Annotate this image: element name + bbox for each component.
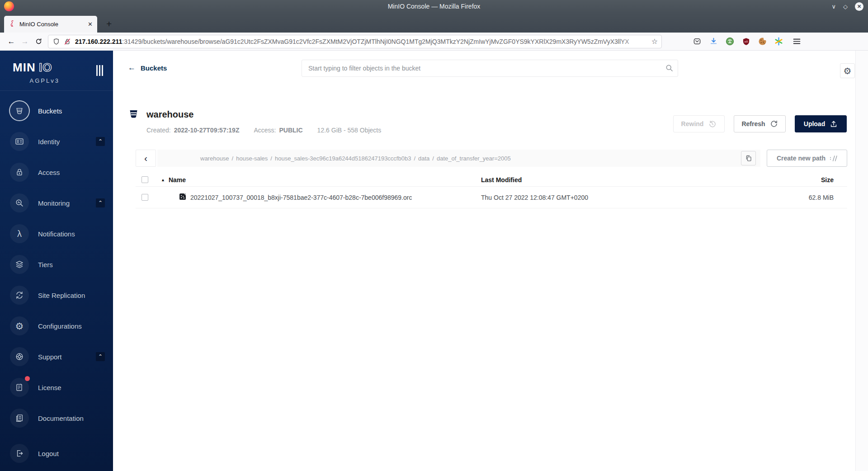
url-text[interactable]: 217.160.222.211:31429/buckets/warehouse/… — [75, 38, 648, 45]
column-header-name[interactable]: ▲ Name — [161, 176, 481, 184]
main-content: ← Buckets ⚙ warehouse Created: 2022-10-2… — [113, 51, 868, 471]
shield-permissions-icon[interactable] — [53, 38, 60, 45]
sidebar-item-license[interactable]: License — [0, 372, 113, 403]
green-extension-icon[interactable] — [723, 35, 736, 48]
bookmark-star-icon[interactable]: ☆ — [651, 37, 658, 46]
breadcrumb-segment[interactable]: warehouse — [200, 155, 229, 162]
license-tag: AGPLv3 — [13, 77, 60, 84]
ublock-origin-icon[interactable]: uO — [740, 35, 752, 48]
sidebar-nav: Buckets Identity ⌃ Access Monitoring — [0, 90, 113, 469]
object-size: 62.8 MiB — [766, 194, 847, 201]
refresh-icon — [770, 120, 778, 128]
breadcrumb-segment[interactable]: house_sales-3ec96c19a6244d5186247193cccf… — [275, 155, 411, 162]
monitoring-magnifier-icon — [10, 193, 29, 212]
license-document-icon — [10, 378, 29, 397]
gear-icon: ⚙ — [10, 316, 29, 335]
forward-button[interactable]: → — [18, 35, 32, 48]
documentation-icon — [10, 409, 29, 428]
sidebar-item-notifications[interactable]: λ Notifications — [0, 218, 113, 249]
back-to-buckets-link[interactable]: ← Buckets — [128, 63, 167, 72]
minio-logo: MIN IO AGPLv3 — [0, 51, 63, 84]
browser-chrome: MinIO Console — Mozilla Firefox ∨ ◇ ✕ Mi… — [0, 0, 868, 51]
rewind-button[interactable]: Rewind — [673, 115, 725, 132]
column-header-size[interactable]: Size — [766, 176, 847, 184]
table-row[interactable]: 20221027_100737_00018_b8xji-7581bae2-377… — [136, 187, 847, 208]
created-value: 2022-10-27T09:57:19Z — [174, 127, 240, 134]
logo-solid-text: MIN — [13, 61, 36, 74]
sidebar-item-site-replication[interactable]: Site Replication — [0, 280, 113, 311]
chevron-up-icon[interactable]: ⌃ — [96, 352, 105, 361]
new-tab-button[interactable]: + — [106, 19, 112, 28]
downloads-icon[interactable] — [707, 35, 720, 48]
bucket-settings-gear-button[interactable]: ⚙ — [840, 63, 855, 78]
create-new-path-button[interactable]: Create new path — [767, 150, 847, 167]
orc-file-icon — [179, 193, 186, 202]
sidebar-item-buckets[interactable]: Buckets — [0, 95, 113, 126]
back-arrow-icon: ← — [128, 63, 136, 72]
rewind-icon — [708, 120, 717, 128]
sidebar-item-identity[interactable]: Identity ⌃ — [0, 126, 113, 157]
created-label: Created: — [146, 127, 171, 134]
refresh-button[interactable]: Refresh — [734, 115, 786, 132]
sidebar-item-monitoring[interactable]: Monitoring ⌃ — [0, 188, 113, 218]
chevron-up-icon[interactable]: ⌃ — [96, 198, 105, 207]
layers-icon — [10, 255, 29, 274]
select-all-checkbox[interactable] — [142, 176, 148, 183]
tab-title: MinIO Console — [19, 21, 84, 28]
upload-icon — [830, 120, 838, 128]
hamburger-menu-icon[interactable] — [790, 35, 803, 48]
access-value: PUBLIC — [279, 127, 302, 134]
copy-path-button[interactable] — [741, 151, 756, 165]
pocket-icon[interactable] — [691, 35, 703, 48]
tab-favicon-flamingo-icon — [9, 20, 16, 29]
object-name-link[interactable]: 20221027_100737_00018_b8xji-7581bae2-377… — [190, 194, 412, 201]
search-icon — [665, 64, 673, 74]
breadcrumb-segment[interactable]: data — [418, 155, 429, 162]
back-label: Buckets — [141, 64, 167, 72]
reload-button[interactable] — [32, 35, 45, 48]
insecure-lock-icon[interactable] — [64, 38, 71, 45]
tab-minio-console[interactable]: MinIO Console ✕ — [4, 16, 97, 33]
sidebar-collapse-icon[interactable] — [96, 65, 103, 76]
url-bar[interactable]: 217.160.222.211:31429/buckets/warehouse/… — [48, 35, 662, 48]
breadcrumb-bar: ‹ warehouse / house-sales / house_sales-… — [136, 150, 847, 167]
license-alert-badge — [25, 376, 30, 381]
filter-objects-input[interactable] — [302, 60, 678, 77]
breadcrumb-back-button[interactable]: ‹ — [136, 150, 156, 167]
page-header: ← Buckets ⚙ — [113, 51, 868, 86]
firefox-logo-icon — [4, 1, 14, 11]
chevron-up-icon[interactable]: ⌃ — [96, 137, 105, 146]
sidebar-item-documentation[interactable]: Documentation — [0, 403, 113, 433]
new-path-icon — [830, 155, 837, 162]
sidebar-item-access[interactable]: Access — [0, 157, 113, 188]
copy-icon — [745, 155, 752, 162]
logout-icon — [10, 444, 29, 463]
window-close-button[interactable]: ✕ — [855, 2, 863, 11]
sidebar-item-tiers[interactable]: Tiers — [0, 249, 113, 280]
asterisk-extension-icon[interactable] — [772, 35, 785, 48]
breadcrumb-segment[interactable]: date_of_transfer_year=2005 — [437, 155, 511, 162]
window-maximize-button[interactable]: ◇ — [843, 3, 848, 10]
column-header-last-modified[interactable]: Last Modified — [481, 176, 766, 184]
logo-outline-text: IO — [39, 61, 52, 74]
tab-close-icon[interactable]: ✕ — [88, 21, 93, 28]
sidebar-item-configurations[interactable]: ⚙ Configurations — [0, 311, 113, 341]
scrollbar-track[interactable] — [855, 51, 868, 471]
tab-strip: MinIO Console ✕ + — [0, 13, 868, 33]
bucket-icon — [128, 108, 139, 121]
sidebar-item-support[interactable]: Support ⌃ — [0, 341, 113, 372]
lambda-icon: λ — [10, 224, 29, 243]
back-button[interactable]: ← — [5, 35, 18, 48]
cookie-extension-icon[interactable] — [756, 35, 769, 48]
bucket-icon — [10, 101, 29, 120]
breadcrumb-segment[interactable]: house-sales — [236, 155, 268, 162]
window-title: MinIO Console — Mozilla Firefox — [388, 3, 481, 10]
row-checkbox[interactable] — [142, 194, 148, 201]
object-last-modified: Thu Oct 27 2022 12:08:47 GMT+0200 — [481, 194, 766, 201]
browser-toolbar: ← → 217.160.222.211:31429/buckets/wareho… — [0, 33, 868, 51]
sidebar-item-logout[interactable]: Logout — [0, 438, 113, 469]
window-minimize-button[interactable]: ∨ — [831, 3, 836, 10]
id-card-icon — [10, 132, 29, 151]
upload-button[interactable]: Upload — [795, 115, 847, 132]
breadcrumb: warehouse / house-sales / house_sales-3e… — [157, 150, 760, 167]
